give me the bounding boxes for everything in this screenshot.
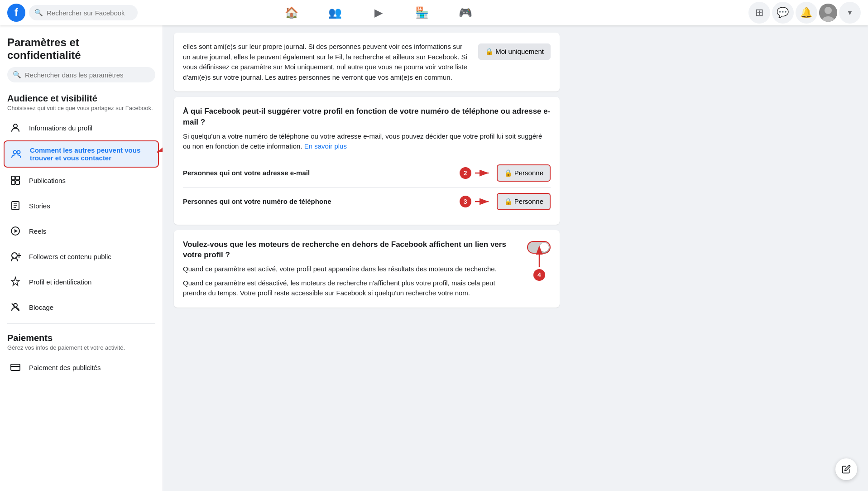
sidebar-item-stories-label: Stories [29,202,50,210]
blocage-icon [7,299,24,315]
stories-icon [7,197,24,214]
sidebar-item-blocage-label: Blocage [29,303,53,311]
svg-marker-17 [14,229,18,233]
sidebar-item-followers[interactable]: Followers et contenu public [4,244,159,269]
nav-right-icons: ⊞ 💬 🔔 ▼ [748,2,861,24]
nav-friends-btn[interactable]: 👥 [313,0,357,25]
reels-icon [7,223,24,239]
sidebar-section-audience-subtitle: Choisissez qui voit ce que vous partagez… [4,105,159,115]
svg-rect-23 [11,364,20,371]
page-layout: Paramètres et confidentialité 🔍 Audience… [0,25,868,491]
sidebar-item-publications[interactable]: Publications [4,168,159,193]
sidebar-item-reels-label: Reels [29,227,46,235]
sidebar-item-how-find[interactable]: Comment les autres peuvent vous trouver … [4,140,159,168]
svg-point-18 [12,253,17,258]
card-amis-text: elles sont ami(e)s sur leur propre journ… [183,42,471,82]
sidebar-item-profil-info-label: Informations du profil [29,124,92,132]
followers-icon [7,248,24,265]
sidebar-section-audience-title: Audience et visibilité [4,90,159,105]
sidebar-section-paiements-title: Paiements [4,327,159,344]
sidebar-item-profil-info[interactable]: Informations du profil [4,115,159,140]
main-content: elles sont ami(e)s sur leur propre journ… [163,25,571,491]
publications-icon [7,172,24,188]
card-suggest-desc: Si quelqu'un a votre numéro de téléphone… [183,131,551,152]
svg-point-7 [17,151,20,154]
card-amis: elles sont ami(e)s sur leur propre journ… [174,33,560,91]
sidebar-item-reels[interactable]: Reels [4,218,159,244]
topnav: f 🔍 🏠 👥 ▶ 🏪 🎮 ⊞ 💬 🔔 ▼ [0,0,868,25]
sidebar-title: Paramètres et confidentialité [4,33,159,63]
toggle-annotation-container: 4 [527,241,551,254]
privacy-btn-email-personne[interactable]: 🔒 Personne [497,164,551,182]
nav-center-icons: 🏠 👥 ▶ 🏪 🎮 [270,0,487,25]
sidebar-item-how-find-label: Comment les autres peuvent vous trouver … [30,146,154,162]
paiement-pub-icon [7,359,24,375]
sidebar-item-paiement-pub-label: Paiement des publicités [29,364,101,371]
annotation-arrow-4 [532,246,546,269]
svg-point-1 [825,7,832,14]
card-search-engines-desc1: Quand ce paramètre est activé, votre pro… [183,264,520,274]
nav-gaming-btn[interactable]: 🎮 [444,0,487,25]
nav-grid-btn[interactable]: ⊞ [748,2,770,24]
privacy-btn-phone-personne[interactable]: 🔒 Personne [497,193,551,210]
sidebar-search-icon: 🔍 [13,71,21,79]
card-search-engines-toggle-area: 4 [527,239,551,254]
sidebar-item-profil-id-label: Profil et identification [29,278,91,286]
annotation-badge-3: 3 [460,196,471,207]
annotation-badge-4: 4 [533,269,545,281]
card-search-engines-inner: Voulez-vous que les moteurs de recherche… [183,239,551,298]
annotation-arrow-3 [475,197,493,206]
annotation-badge-2: 2 [460,167,471,179]
card-suggest-row-email: Personnes qui ont votre adresse e-mail 2 [183,159,551,187]
svg-rect-8 [11,176,15,180]
nav-chevron-down-btn[interactable]: ▼ [839,2,861,24]
edit-fab-button[interactable] [835,458,857,480]
sidebar-item-paiement-pub[interactable]: Paiement des publicités [4,355,159,380]
nav-messenger-btn[interactable]: 💬 [772,2,794,24]
search-icon: 🔍 [34,9,43,17]
facebook-logo[interactable]: f [7,4,25,22]
sidebar-item-publications-label: Publications [29,177,66,184]
card-suggest: À qui Facebook peut-il suggérer votre pr… [174,97,560,225]
how-find-icon [8,146,24,162]
sidebar-item-blocage[interactable]: Blocage [4,294,159,320]
card-suggest-link[interactable]: En savoir plus [304,142,347,150]
sidebar: Paramètres et confidentialité 🔍 Audience… [0,25,163,491]
card-amis-btn-area: 🔒 Moi uniquement [478,42,551,60]
global-search-input[interactable] [47,9,132,17]
card-suggest-row-phone: Personnes qui ont votre numéro de téléph… [183,188,551,216]
sidebar-item-stories[interactable]: Stories [4,193,159,218]
svg-point-3 [14,124,17,128]
card-search-engines: Voulez-vous que les moteurs de recherche… [174,230,560,308]
card-search-engines-question: Voulez-vous que les moteurs de recherche… [183,239,520,261]
profil-id-icon [7,274,24,290]
svg-rect-11 [16,181,19,184]
card-suggest-row-phone-right: 3 🔒 Personne [460,193,551,210]
privacy-btn-moi-uniquement[interactable]: 🔒 Moi uniquement [478,43,551,60]
profile-icon [7,120,24,136]
sidebar-search-input[interactable] [25,71,150,79]
sidebar-item-profil-id[interactable]: Profil et identification [4,269,159,294]
card-search-engines-desc2: Quand ce paramètre est désactivé, les mo… [183,278,520,298]
sidebar-section-paiements-subtitle: Gérez vos infos de paiement et votre act… [4,344,159,355]
annotation-4-container: 4 [532,246,546,281]
card-suggest-question: À qui Facebook peut-il suggérer votre pr… [183,106,551,128]
nav-marketplace-btn[interactable]: 🏪 [400,0,444,25]
nav-video-btn[interactable]: ▶ [357,0,400,25]
card-suggest-row-email-right: 2 🔒 Personne [460,164,551,182]
svg-line-22 [12,303,19,311]
card-search-engines-text-area: Voulez-vous que les moteurs de recherche… [183,239,520,298]
sidebar-search-bar[interactable]: 🔍 [7,67,155,82]
card-amis-inner: elles sont ami(e)s sur leur propre journ… [183,42,551,82]
avatar[interactable] [819,4,837,22]
svg-point-6 [14,151,17,154]
svg-rect-10 [11,181,15,184]
sidebar-item-followers-label: Followers et contenu public [29,253,111,260]
card-suggest-rows: Personnes qui ont votre adresse e-mail 2 [183,159,551,216]
card-suggest-row-email-label: Personnes qui ont votre adresse e-mail [183,169,310,177]
card-suggest-row-phone-label: Personnes qui ont votre numéro de téléph… [183,197,331,205]
nav-notifications-btn[interactable]: 🔔 [796,2,817,24]
annotation-arrow-2 [475,168,493,178]
global-search-bar[interactable]: 🔍 [29,5,138,20]
nav-home-btn[interactable]: 🏠 [270,0,313,25]
